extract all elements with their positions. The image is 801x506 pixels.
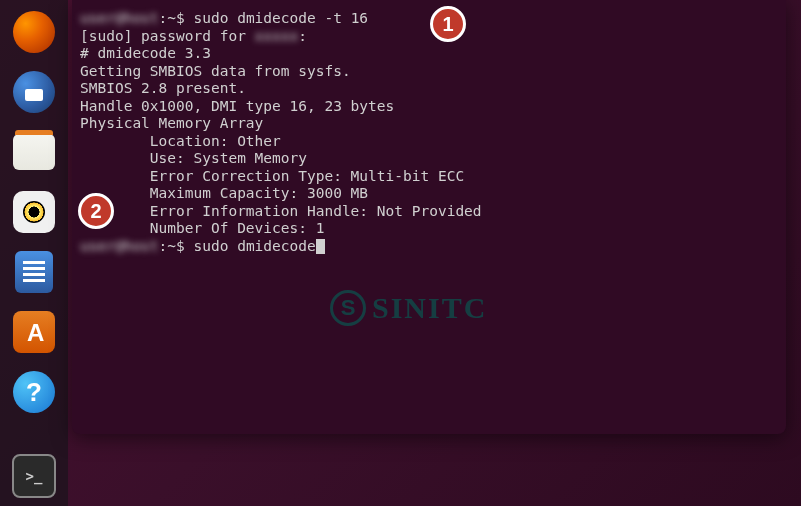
dock-item-software[interactable]	[10, 308, 58, 356]
cursor-icon	[316, 239, 325, 254]
terminal-line-devices: Number Of Devices: 1	[80, 220, 778, 238]
terminal-line-location: Location: Other	[80, 133, 778, 151]
command-text: sudo dmidecode	[194, 238, 316, 254]
dock-item-writer[interactable]	[10, 248, 58, 296]
watermark: S SINITC	[330, 290, 487, 326]
terminal-line-password: [sudo] password for xxxxx:	[80, 28, 778, 46]
terminal-line-present: SMBIOS 2.8 present.	[80, 80, 778, 98]
terminal-line-error-handle: Error Information Handle: Not Provided	[80, 203, 778, 221]
dock-item-thunderbird[interactable]	[10, 68, 58, 116]
firefox-icon	[13, 11, 55, 53]
terminal-line-use: Use: System Memory	[80, 150, 778, 168]
thunderbird-icon	[13, 71, 55, 113]
prompt-user: user@host	[80, 10, 159, 26]
writer-icon	[15, 251, 53, 293]
prompt-separator: :~$	[159, 10, 194, 26]
dock-item-rhythmbox[interactable]	[10, 188, 58, 236]
dock: ?	[0, 0, 68, 506]
terminal-line-prompt1: user@host:~$ sudo dmidecode -t 16	[80, 10, 778, 28]
prompt-user: user@host	[80, 238, 159, 254]
blurred-username: xxxxx	[255, 28, 299, 44]
terminal-window[interactable]: user@host:~$ sudo dmidecode -t 16 [sudo]…	[72, 0, 786, 434]
rhythmbox-icon	[13, 191, 55, 233]
terminal-line-prompt2: user@host:~$ sudo dmidecode	[80, 238, 778, 256]
annotation-badge-2: 2	[78, 193, 114, 229]
help-icon: ?	[13, 371, 55, 413]
terminal-line-version: # dmidecode 3.3	[80, 45, 778, 63]
command-text: sudo dmidecode -t 16	[194, 10, 369, 26]
dock-item-files[interactable]	[10, 128, 58, 176]
watermark-logo-icon: S	[330, 290, 366, 326]
dock-item-firefox[interactable]	[10, 8, 58, 56]
terminal-line-pma: Physical Memory Array	[80, 115, 778, 133]
prompt-separator: :~$	[159, 238, 194, 254]
watermark-text: SINITC	[372, 291, 487, 325]
terminal-line-handle: Handle 0x1000, DMI type 16, 23 bytes	[80, 98, 778, 116]
dock-item-terminal[interactable]	[12, 454, 56, 498]
dock-item-help[interactable]: ?	[10, 368, 58, 416]
software-icon	[13, 311, 55, 353]
files-icon	[13, 134, 55, 170]
terminal-line-capacity: Maximum Capacity: 3000 MB	[80, 185, 778, 203]
terminal-line-getting: Getting SMBIOS data from sysfs.	[80, 63, 778, 81]
annotation-badge-1: 1	[430, 6, 466, 42]
terminal-line-ecc: Error Correction Type: Multi-bit ECC	[80, 168, 778, 186]
